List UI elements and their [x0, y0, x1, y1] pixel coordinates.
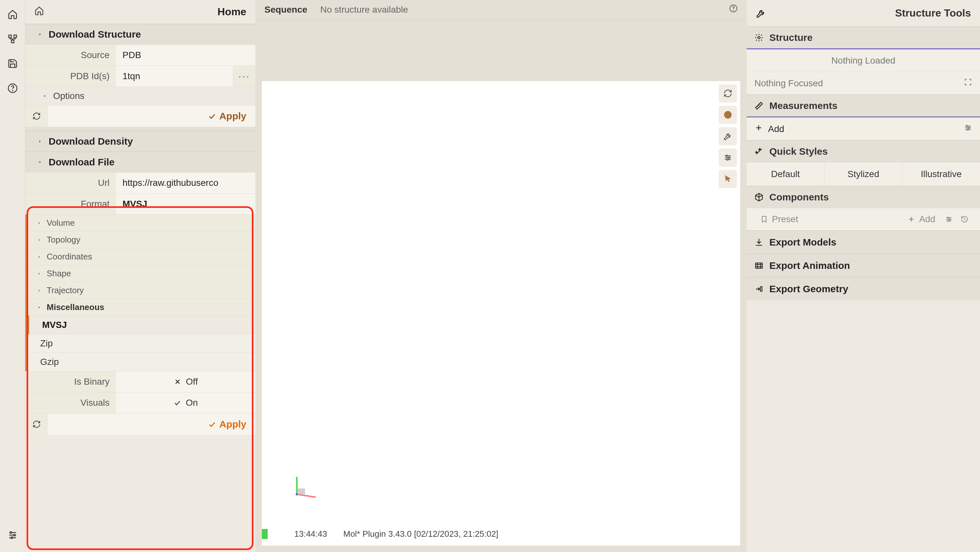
format-option-mvsj[interactable]: MVSJ [29, 316, 255, 334]
home-icon[interactable] [34, 6, 44, 18]
controls-icon[interactable] [719, 148, 737, 167]
group-trajectory[interactable]: Trajectory [27, 282, 255, 299]
component-settings-button[interactable] [941, 215, 957, 223]
status-line: 13:44:43 Mol* Plugin 3.43.0 [02/12/2023,… [262, 529, 740, 539]
label-visuals: Visuals [25, 392, 116, 413]
reset-camera-icon[interactable] [719, 85, 737, 102]
section-quick-styles[interactable]: Quick Styles [747, 140, 980, 162]
svg-rect-1 [14, 35, 16, 38]
sliders-icon[interactable] [964, 124, 972, 134]
measurements-add[interactable]: Add [747, 117, 980, 140]
export-models[interactable]: Export Models [747, 230, 980, 254]
apply-row-file: Apply [25, 413, 255, 435]
home-icon[interactable] [5, 6, 21, 22]
apply-button-file[interactable]: Apply [48, 413, 255, 435]
svg-rect-49 [760, 287, 762, 291]
format-option-gzip[interactable]: Gzip [27, 353, 255, 371]
center-area: Sequence No structure available [255, 0, 747, 552]
group-miscellaneous[interactable]: Miscellaneous [27, 299, 255, 316]
refresh-button[interactable] [25, 105, 48, 127]
svg-point-41 [947, 217, 948, 218]
chevron-right-icon [37, 238, 44, 242]
svg-rect-44 [756, 263, 762, 268]
svg-point-33 [966, 125, 968, 126]
screenshot-icon[interactable] [719, 106, 737, 124]
export-animation[interactable]: Export Animation [747, 254, 980, 277]
sliders-icon [945, 215, 953, 223]
label-pdbid: PDB Id(s) [25, 66, 116, 86]
sequence-message: No structure available [320, 5, 408, 15]
section-structure[interactable]: Structure [747, 26, 980, 49]
row-visuals: Visuals On [25, 392, 255, 413]
tab-illustrative[interactable]: Illustrative [902, 163, 980, 186]
group-shape[interactable]: Shape [27, 265, 255, 282]
left-panel-header: Home [25, 0, 255, 24]
refresh-button[interactable] [25, 413, 48, 435]
toggle-is-binary[interactable]: Off [116, 371, 255, 392]
sequence-label: Sequence [264, 5, 307, 15]
apply-button-structure[interactable]: Apply [48, 105, 255, 127]
section-download-file[interactable]: Download File [25, 152, 255, 172]
cursor-icon[interactable] [719, 170, 737, 188]
history-icon [961, 215, 968, 223]
input-pdbid[interactable]: 1tqn [116, 66, 233, 86]
3d-viewport[interactable] [262, 81, 740, 546]
cube-icon [754, 193, 764, 202]
group-volume[interactable]: Volume [27, 214, 255, 231]
label-url: Url [25, 172, 116, 193]
left-panel: Home Download Structure Source PDB PDB I… [25, 0, 255, 552]
svg-point-34 [968, 127, 970, 128]
status-time: 13:44:43 [294, 529, 327, 539]
format-option-zip[interactable]: Zip [27, 334, 255, 353]
row-source: Source PDB [25, 45, 255, 65]
export-geometry-icon [754, 284, 764, 294]
chevron-right-icon [37, 139, 45, 144]
svg-line-24 [297, 494, 316, 497]
plus-icon [754, 124, 763, 134]
ruler-icon [754, 101, 764, 110]
tab-default[interactable]: Default [747, 163, 824, 186]
svg-point-22 [727, 159, 729, 161]
viewport-toolbar [719, 85, 737, 188]
section-title: Download Density [49, 136, 133, 147]
component-history-button[interactable] [957, 215, 972, 223]
label-source: Source [25, 45, 116, 65]
section-download-structure[interactable]: Download Structure [25, 24, 255, 45]
section-measurements[interactable]: Measurements [747, 94, 980, 117]
section-components[interactable]: Components [747, 186, 980, 208]
more-options-icon[interactable]: ··· [233, 66, 255, 86]
svg-point-26 [296, 493, 298, 495]
home-label[interactable]: Home [218, 6, 246, 18]
axes-gizmo [291, 471, 320, 500]
value-source[interactable]: PDB [116, 45, 255, 65]
chevron-down-icon [37, 159, 45, 165]
chevron-down-icon [37, 305, 44, 310]
wrench-icon[interactable] [719, 127, 737, 145]
help-icon[interactable] [729, 4, 738, 15]
row-url: Url https://raw.githubuserco [25, 172, 255, 193]
help-icon[interactable] [5, 80, 21, 96]
focus-icon[interactable] [964, 78, 972, 89]
value-format[interactable]: MVSJ [116, 194, 255, 214]
tab-stylized[interactable]: Stylized [824, 163, 902, 186]
magic-wand-icon [754, 147, 764, 156]
section-download-density[interactable]: Download Density [25, 131, 255, 152]
chevron-right-icon [37, 255, 44, 259]
input-url[interactable]: https://raw.githubuserco [116, 172, 255, 193]
right-panel-header: Structure Tools [747, 0, 980, 26]
tree-icon[interactable] [5, 31, 21, 47]
options-toggle[interactable]: Options [25, 86, 255, 105]
group-coordinates[interactable]: Coordinates [27, 248, 255, 265]
save-icon[interactable] [5, 56, 21, 71]
export-geometry[interactable]: Export Geometry [747, 277, 980, 300]
settings-sliders-icon[interactable] [5, 527, 21, 543]
preset-button[interactable]: Preset [754, 214, 902, 225]
svg-point-8 [10, 531, 12, 533]
components-actions: Preset Add [747, 208, 980, 230]
toggle-visuals[interactable]: On [116, 392, 255, 413]
svg-point-20 [726, 155, 727, 156]
add-component-button[interactable]: Add [902, 214, 941, 225]
group-topology[interactable]: Topology [27, 231, 255, 248]
svg-rect-2 [11, 40, 14, 43]
wrench-icon [756, 8, 766, 19]
